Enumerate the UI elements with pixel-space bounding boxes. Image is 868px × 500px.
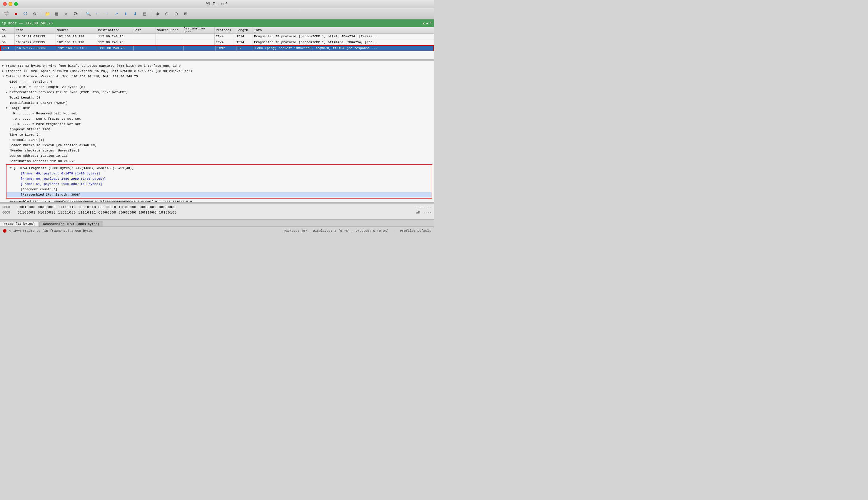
detail-fragment-50[interactable]: [Frame: 50, payload: 1480-2959 (1480 byt…	[7, 176, 432, 181]
forward-button[interactable]: →	[103, 10, 111, 18]
toggle-icon: ▼	[6, 106, 9, 111]
shark-fin-button[interactable]: 🦈	[2, 10, 11, 18]
detail-protocol[interactable]: Protocol: ICMP (1)	[0, 137, 434, 143]
detail-total-len[interactable]: Total Length: 68	[0, 95, 434, 100]
detail-checksum-status[interactable]: [Header checksum status: Unverified]	[0, 148, 434, 153]
find-button[interactable]: 🔍	[84, 10, 92, 18]
cell-length: 82	[236, 46, 254, 50]
detail-checksum[interactable]: Header Checksum: 0x9e58 [validation disa…	[0, 143, 434, 148]
packet-row[interactable]: ● 51 16:57:27.039136 192.168.10.118 112.…	[0, 45, 434, 51]
detail-text: .... 0101 = Header Length: 20 bytes (5)	[9, 85, 85, 89]
detail-ipv4[interactable]: ▼ Internet Protocol Version 4, Src: 192.…	[0, 74, 434, 79]
open-button[interactable]: 📁	[43, 10, 51, 18]
restart-button[interactable]	[21, 10, 30, 18]
col-header-destination[interactable]: Destination	[97, 27, 132, 33]
status-profile: Profile: Default	[400, 229, 431, 232]
detail-fragments-header[interactable]: ▼ [3 IPv4 Fragments (3008 bytes): #49(14…	[7, 166, 432, 171]
detail-identification[interactable]: Identification: 0xa734 (42804)	[0, 100, 434, 105]
cell-length: 1514	[235, 34, 253, 39]
colorize-button[interactable]: ▤	[141, 10, 149, 18]
detail-dscp[interactable]: ▶ Differentiated Services Field: 0x00 (D…	[0, 90, 434, 95]
hex-ascii: ·········	[414, 205, 432, 210]
filter-prev-button[interactable]: ◀	[426, 21, 428, 26]
cell-protocol: IPv4	[215, 39, 235, 45]
detail-text: Destination Address: 112.80.248.75	[9, 159, 75, 163]
maximize-button[interactable]	[14, 2, 18, 6]
filter-bar: ip.addr == 112.80.248.75 ✕ ◀ +	[0, 20, 434, 27]
cell-info: Echo (ping) request id=0x1aa0, seq=0/0, …	[254, 46, 433, 50]
detail-fragment-51[interactable]: [Frame: 51, payload: 2960-3007 (48 bytes…	[7, 181, 432, 187]
hex-row: 0000 00010000 00000000 11111110 10010010…	[2, 205, 432, 210]
detail-dont-frag[interactable]: .0.. .... = Don't fragment: Not set	[0, 116, 434, 122]
resize-cols-button[interactable]: ⊞	[182, 10, 190, 18]
detail-reassembled-len[interactable]: [Reassembled IPv4 length: 3008]	[7, 192, 432, 197]
col-header-length[interactable]: Length	[235, 27, 253, 33]
filter-add-button[interactable]: +	[429, 21, 432, 26]
zoom-in-button[interactable]: ⊕	[153, 10, 161, 18]
detail-text: Ethernet II, Src: Apple_b8:15:28 (3c:22:…	[6, 69, 192, 73]
packet-row[interactable]: 50 16:57:27.039135 192.168.10.118 112.80…	[0, 39, 434, 45]
detail-text: [Frame: 50, payload: 1480-2959 (1480 byt…	[21, 177, 106, 181]
col-header-host[interactable]: Host	[132, 27, 156, 33]
detail-text: Header Checksum: 0x9e58 [validation disa…	[9, 143, 97, 148]
detail-fragment-count[interactable]: [Fragment count: 3]	[7, 187, 432, 192]
tab-reassembled[interactable]: Reassembled IPv4 (3008 bytes)	[39, 221, 103, 226]
col-header-info[interactable]: Info	[253, 27, 434, 33]
cell-time: 16:57:27.039135	[15, 34, 56, 39]
hex-offset: 0000	[2, 205, 13, 210]
hex-offset: 0008	[2, 210, 13, 215]
fragment-box: ▼ [3 IPv4 Fragments (3008 bytes): #49(14…	[6, 164, 432, 198]
packet-row[interactable]: 49 16:57:27.039135 192.168.10.118 112.80…	[0, 34, 434, 39]
cell-source: 192.168.10.118	[57, 46, 98, 50]
bottom-button[interactable]: ⬇	[131, 10, 139, 18]
window-controls[interactable]	[3, 2, 18, 6]
detail-frame[interactable]: ▶ Frame 51: 82 bytes on wire (656 bits),…	[0, 63, 434, 69]
col-header-sport[interactable]: Source Port	[156, 27, 182, 33]
minimize-button[interactable]	[9, 2, 12, 6]
window-title: Wi-Fi: en0	[206, 2, 228, 6]
col-header-protocol[interactable]: Protocol	[215, 27, 235, 33]
close-button[interactable]	[3, 2, 7, 6]
tab-frame[interactable]: Frame (82 bytes)	[0, 221, 39, 226]
go-to-button[interactable]: ↗	[112, 10, 120, 18]
detail-ethernet[interactable]: ▶ Ethernet II, Src: Apple_b8:15:28 (3c:2…	[0, 69, 434, 74]
status-text: IPv4 Fragments (ip.fragments),3,008 byte…	[13, 229, 282, 232]
detail-src-addr[interactable]: Source Address: 192.168.10.118	[0, 153, 434, 159]
filter-input[interactable]: ip.addr == 112.80.248.75	[2, 21, 421, 25]
status-bar: ✎ IPv4 Fragments (ip.fragments),3,008 by…	[0, 226, 434, 235]
detail-frag-offset[interactable]: Fragment Offset: 2960	[0, 127, 434, 132]
status-edit-icon[interactable]: ✎	[9, 229, 11, 232]
zoom-reset-button[interactable]: ⊙	[172, 10, 180, 18]
detail-more-frag[interactable]: ..0. .... = More fragments: Not set	[0, 122, 434, 127]
sep1	[41, 11, 41, 17]
col-header-source[interactable]: Source	[56, 27, 97, 33]
detail-reserved-bit[interactable]: 0... .... = Reserved bit: Not set	[0, 111, 434, 116]
close-file-button[interactable]: ✕	[62, 10, 70, 18]
cell-destination: 112.80.248.75	[97, 39, 132, 45]
detail-dst-addr[interactable]: Destination Address: 112.80.248.75	[0, 159, 434, 164]
detail-ttl[interactable]: Time to Live: 64	[0, 132, 434, 137]
files-button[interactable]: ▦	[53, 10, 61, 18]
detail-header-len[interactable]: .... 0101 = Header Length: 20 bytes (5)	[0, 84, 434, 90]
packet-list-header: No. Time Source Destination Host Source …	[0, 27, 434, 34]
detail-flags[interactable]: ▼ Flags: 0x01	[0, 105, 434, 111]
detail-fragment-49[interactable]: [Frame: 49, payload: 0-1479 (1480 bytes)…	[7, 171, 432, 176]
cell-sport	[156, 34, 182, 39]
back-button[interactable]: ←	[93, 10, 102, 18]
filter-clear-button[interactable]: ✕	[423, 21, 425, 26]
detail-reassembled-data[interactable]: Reassembled IPv4 data: 0800fe921aa000000…	[0, 199, 434, 202]
reload-button[interactable]: ⟳	[71, 10, 80, 18]
col-header-time[interactable]: Time	[15, 27, 56, 33]
col-header-no[interactable]: No.	[0, 27, 15, 33]
bottom-tabs: Frame (82 bytes) Reassembled IPv4 (3008 …	[0, 219, 434, 226]
detail-text: Fragment Offset: 2960	[9, 127, 50, 132]
stop-button[interactable]: ■	[12, 10, 20, 18]
zoom-out-button[interactable]: ⊖	[163, 10, 171, 18]
cell-host	[132, 34, 156, 39]
options-button[interactable]: ⚙	[31, 10, 39, 18]
detail-version[interactable]: 0100 .... = Version: 4	[0, 79, 434, 84]
detail-text: Differentiated Services Field: 0x00 (DSC…	[9, 90, 128, 95]
top-button[interactable]: ⬆	[122, 10, 130, 18]
sep2	[82, 11, 82, 17]
col-header-dport[interactable]: Destination Port	[182, 27, 215, 33]
